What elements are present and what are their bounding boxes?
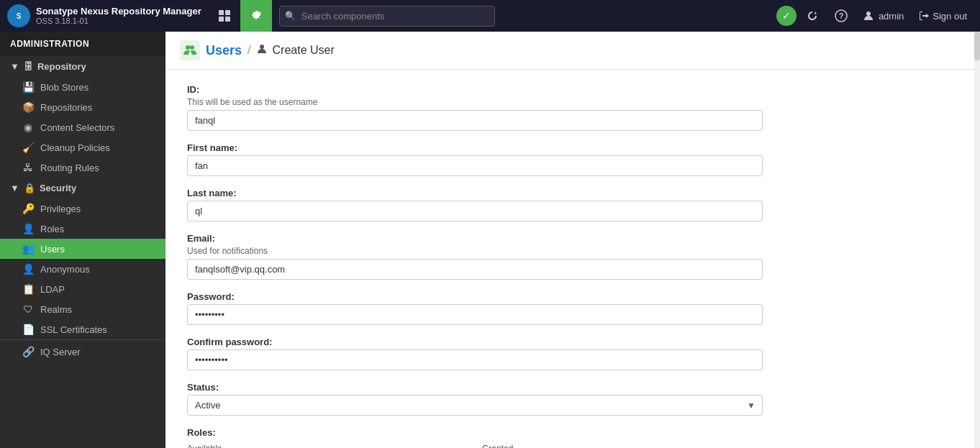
sidebar-item-blob-stores[interactable]: 💾 Blob Stores <box>0 77 165 97</box>
chevron-down-icon: ▼ <box>10 183 19 193</box>
firstname-field-group: First name: <box>187 142 791 176</box>
realms-icon: 🛡 <box>22 303 35 315</box>
id-input[interactable] <box>187 110 763 131</box>
lastname-label: Last name: <box>187 188 791 198</box>
svg-text:?: ? <box>839 12 844 20</box>
search-input[interactable] <box>279 6 495 27</box>
layout: Administration ▼ 🗄 Repository 💾 Blob Sto… <box>0 32 980 448</box>
sidebar-item-anonymous[interactable]: 👤 Anonymous <box>0 259 165 279</box>
breadcrumb-parent[interactable]: Users <box>206 43 242 58</box>
navbar-right: ✓ ? admin Sign out <box>776 3 973 29</box>
svg-rect-5 <box>225 17 230 22</box>
roles-icon: 👤 <box>22 223 35 234</box>
email-sublabel: Used for notifications <box>187 246 791 256</box>
available-header: Available <box>187 444 468 448</box>
confirm-password-input[interactable] <box>187 349 763 370</box>
security-group-icon: 🔒 <box>24 183 35 193</box>
lastname-field-group: Last name: <box>187 188 791 221</box>
granted-column: Granted dockerManager <box>482 444 763 448</box>
repository-group-label: Repository <box>37 61 86 72</box>
repository-group-icon: 🗄 <box>24 61 33 72</box>
page-header: Users / Create User <box>165 32 980 70</box>
signout-btn[interactable]: Sign out <box>912 10 973 22</box>
firstname-label: First name: <box>187 142 791 153</box>
page-title: Create User <box>273 44 335 57</box>
scrollbar-track[interactable] <box>974 32 980 448</box>
sidebar-group-repository[interactable]: ▼ 🗄 Repository <box>0 56 165 77</box>
sidebar-item-label: Cleanup Policies <box>40 142 110 153</box>
create-user-icon <box>257 43 268 58</box>
sidebar-item-users[interactable]: 👥 Users <box>0 239 165 259</box>
granted-header: Granted <box>482 444 763 448</box>
sidebar-item-label: Routing Rules <box>40 163 99 173</box>
main-content: Users / Create User ID: This will be use… <box>165 32 980 448</box>
sidebar-item-realms[interactable]: 🛡 Realms <box>0 299 165 319</box>
sidebar-item-label: LDAP <box>40 284 65 295</box>
sidebar-item-content-selectors[interactable]: ◉ Content Selectors <box>0 117 165 137</box>
sidebar-header: Administration <box>0 32 165 56</box>
help-btn[interactable]: ? <box>828 3 854 29</box>
status-select[interactable]: Active Disabled <box>187 395 763 416</box>
ssl-icon: 📄 <box>22 324 35 335</box>
sidebar-item-iq-server[interactable]: 🔗 IQ Server <box>0 339 165 362</box>
status-label: Status: <box>187 382 791 393</box>
sidebar-item-label: Privileges <box>40 204 81 214</box>
sidebar-item-ldap[interactable]: 📋 LDAP <box>0 279 165 299</box>
signout-icon <box>918 10 930 22</box>
svg-point-11 <box>260 45 264 49</box>
user-menu[interactable]: admin <box>857 10 909 22</box>
sidebar-item-routing-rules[interactable]: 🖧 Routing Rules <box>0 157 165 178</box>
svg-text:S: S <box>17 12 22 20</box>
sidebar-item-ssl-certificates[interactable]: 📄 SSL Certificates <box>0 319 165 339</box>
sidebar-group-security[interactable]: ▼ 🔒 Security <box>0 178 165 198</box>
sidebar-item-label: Realms <box>40 304 72 315</box>
roles-field-group: Roles: Available ▼ <box>187 427 791 448</box>
svg-rect-2 <box>219 10 224 15</box>
svg-point-10 <box>190 45 194 50</box>
refresh-btn[interactable] <box>799 3 825 29</box>
sidebar-item-privileges[interactable]: 🔑 Privileges <box>0 198 165 219</box>
sidebar-item-roles[interactable]: 👤 Roles <box>0 219 165 239</box>
brand-name: Sonatype Nexus Repository Manager <box>36 6 201 17</box>
navbar: S Sonatype Nexus Repository Manager OSS … <box>0 0 980 32</box>
cleanup-policies-icon: 🧹 <box>22 142 35 153</box>
sidebar-item-repositories[interactable]: 📦 Repositories <box>0 97 165 117</box>
id-sublabel: This will be used as the username <box>187 97 791 107</box>
brand: S Sonatype Nexus Repository Manager OSS … <box>7 4 201 27</box>
brand-version: OSS 3.18.1-01 <box>36 17 201 26</box>
settings-icon-btn[interactable] <box>240 0 272 32</box>
status-select-wrap: Active Disabled ▼ <box>187 395 763 416</box>
available-column: Available ▼ <box>187 444 468 448</box>
firstname-input[interactable] <box>187 155 763 176</box>
id-label: ID: <box>187 84 791 95</box>
search-box: 🔍 <box>279 6 495 27</box>
sidebar-item-label: Content Selectors <box>40 122 114 133</box>
create-user-form: ID: This will be used as the username Fi… <box>165 70 813 448</box>
breadcrumb-current: Create User <box>257 43 335 58</box>
id-field-group: ID: This will be used as the username <box>187 84 791 131</box>
routing-rules-icon: 🖧 <box>22 162 35 173</box>
sidebar-item-label: SSL Certificates <box>40 324 107 335</box>
admin-label: admin <box>879 11 904 22</box>
breadcrumb-separator: / <box>248 44 250 57</box>
browse-icon-btn[interactable] <box>209 0 240 32</box>
lastname-input[interactable] <box>187 201 763 221</box>
sidebar-item-cleanup-policies[interactable]: 🧹 Cleanup Policies <box>0 137 165 157</box>
svg-rect-4 <box>219 17 224 22</box>
iq-server-icon: 🔗 <box>22 346 35 357</box>
search-icon: 🔍 <box>285 11 296 21</box>
scrollbar-thumb[interactable] <box>974 32 980 60</box>
signout-label: Sign out <box>933 11 967 22</box>
sidebar-item-label: Anonymous <box>40 264 90 275</box>
roles-label: Roles: <box>187 427 791 438</box>
confirm-password-label: Confirm password: <box>187 337 791 347</box>
sidebar-item-label: Repositories <box>40 102 92 113</box>
email-input[interactable] <box>187 259 763 280</box>
password-label: Password: <box>187 291 791 302</box>
content-selectors-icon: ◉ <box>22 122 35 133</box>
email-label: Email: <box>187 233 791 244</box>
sidebar-item-label: IQ Server <box>40 347 81 357</box>
repositories-icon: 📦 <box>22 101 35 113</box>
password-input[interactable] <box>187 304 763 325</box>
svg-rect-3 <box>225 10 230 15</box>
